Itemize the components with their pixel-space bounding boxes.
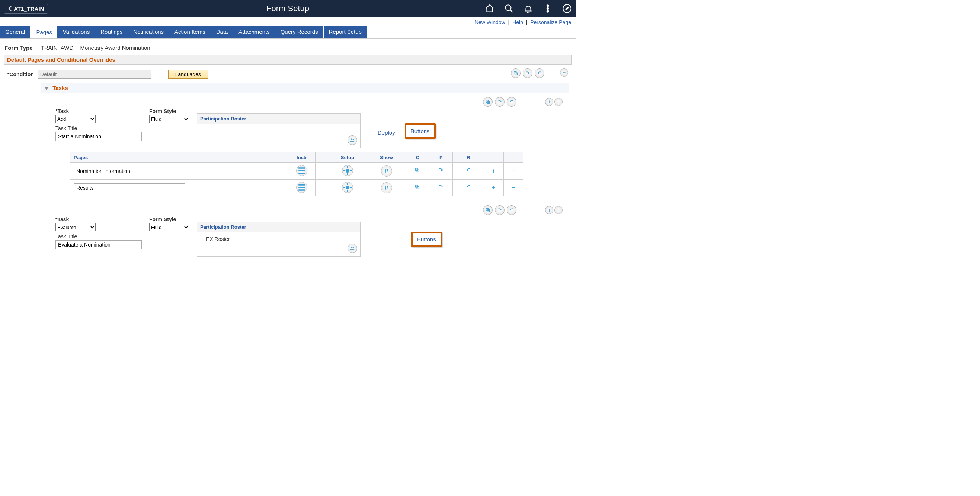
task-fields: *TaskEvaluateTask TitleForm StyleFluidPa… [56, 216, 563, 257]
header-icons [485, 4, 572, 13]
form-style-select[interactable]: Fluid [149, 223, 189, 231]
form-style-select[interactable]: Fluid [149, 115, 189, 123]
remove-icon[interactable]: − [512, 168, 515, 174]
add-row-icon[interactable]: + [560, 68, 568, 77]
languages-button[interactable]: Languages [168, 70, 208, 79]
table-row: If+− [70, 163, 523, 179]
bell-icon[interactable] [523, 4, 533, 13]
form-type-desc: Monetary Award Nomination [80, 44, 150, 51]
participation-roster-box: Participation RosterEX Roster [197, 222, 361, 257]
table-row: If+− [70, 179, 523, 196]
undo-icon[interactable] [535, 68, 544, 78]
people-icon[interactable] [347, 244, 357, 253]
task-title-input[interactable] [56, 240, 142, 249]
setup-icon[interactable] [342, 182, 353, 193]
svg-point-9 [351, 138, 352, 140]
col-r: R [453, 152, 484, 163]
buttons-link[interactable]: Buttons [405, 124, 436, 139]
task-title-label: Task Title [56, 233, 142, 239]
p-icon[interactable] [438, 168, 444, 174]
c-icon[interactable] [415, 168, 420, 174]
r-icon[interactable] [465, 168, 471, 174]
form-type-row: Form Type TRAIN_AWD Monetary Award Nomin… [0, 39, 576, 55]
show-icon[interactable]: If [381, 165, 392, 177]
tasks-group: Tasks +−*TaskAddTask TitleForm StyleFlui… [41, 82, 569, 262]
pages-grid: PagesInstrSetupShowCPRIf+−If+− [70, 152, 523, 196]
tab-report-setup[interactable]: Report Setup [324, 26, 367, 38]
instr-icon[interactable] [296, 182, 307, 193]
c-icon[interactable] [415, 184, 420, 191]
people-icon[interactable] [347, 135, 357, 145]
instr-icon[interactable] [296, 165, 307, 176]
svg-point-20 [353, 247, 354, 249]
task-block: +−*TaskEvaluateTask TitleForm StyleFluid… [41, 201, 568, 262]
undo-icon[interactable] [507, 97, 516, 107]
search-icon[interactable] [504, 4, 514, 13]
deploy-link[interactable]: Deploy [378, 129, 395, 136]
task-addremove-tray: +− [545, 206, 563, 214]
tab-data[interactable]: Data [211, 26, 234, 38]
tab-action-items[interactable]: Action Items [169, 26, 211, 38]
col-pages: Pages [70, 152, 288, 163]
form-style-col: Form StyleFluid [149, 216, 189, 231]
add-row-icon[interactable]: + [545, 206, 553, 214]
add-icon[interactable]: + [492, 184, 495, 191]
task-col: *TaskAddTask Title [56, 108, 142, 141]
personalize-link[interactable]: Personalize Page [530, 19, 571, 25]
undo-icon[interactable] [507, 205, 516, 215]
col-c: C [406, 152, 430, 163]
back-button[interactable]: AT1_TRAIN [4, 4, 48, 14]
svg-point-14 [346, 185, 350, 190]
section-header: Default Pages and Conditional Overrides [4, 55, 572, 65]
kebab-icon[interactable] [543, 4, 552, 13]
p-icon[interactable] [438, 184, 444, 191]
remove-icon[interactable]: − [512, 184, 515, 191]
task-icon-tray [483, 205, 516, 215]
svg-point-2 [547, 8, 549, 9]
page-name-input[interactable] [74, 183, 185, 192]
tasks-header[interactable]: Tasks [41, 83, 568, 93]
tab-routings[interactable]: Routings [95, 26, 128, 38]
svg-point-4 [563, 5, 571, 13]
roster-body [197, 124, 360, 148]
tab-query-records[interactable]: Query Records [275, 26, 324, 38]
col-instr: Instr [288, 152, 315, 163]
tab-notifications[interactable]: Notifications [128, 26, 169, 38]
task-select[interactable]: Add [56, 115, 95, 123]
task-block: +−*TaskAddTask TitleForm StyleFluidParti… [41, 93, 568, 201]
home-icon[interactable] [485, 4, 495, 13]
task-label: *Task [56, 108, 142, 114]
tab-row: GeneralPagesValidationsRoutingsNotificat… [0, 26, 576, 39]
setup-icon[interactable] [342, 165, 353, 176]
col-p: P [430, 152, 453, 163]
task-title-input[interactable] [56, 132, 142, 141]
copy-icon[interactable] [483, 205, 493, 215]
show-icon[interactable]: If [381, 182, 392, 193]
new-window-link[interactable]: New Window [475, 19, 505, 25]
svg-point-10 [353, 139, 354, 141]
tab-validations[interactable]: Validations [58, 26, 95, 38]
redo-icon[interactable] [495, 205, 504, 215]
collapse-icon [44, 87, 49, 90]
tab-pages[interactable]: Pages [30, 26, 58, 38]
remove-row-icon[interactable]: − [554, 206, 563, 214]
task-select[interactable]: Evaluate [56, 223, 95, 231]
redo-icon[interactable] [523, 68, 532, 78]
help-link[interactable]: Help [512, 19, 523, 25]
form-style-col: Form StyleFluid [149, 108, 189, 123]
task-icon-tray [483, 97, 516, 107]
page-name-input[interactable] [74, 166, 185, 176]
buttons-link[interactable]: Buttons [411, 231, 442, 247]
condition-add-tray: + [560, 68, 568, 77]
remove-row-icon[interactable]: − [554, 98, 563, 106]
back-label: AT1_TRAIN [14, 6, 44, 12]
compass-icon[interactable] [562, 4, 572, 13]
tab-general[interactable]: General [0, 26, 30, 38]
tab-attachments[interactable]: Attachments [233, 26, 275, 38]
copy-icon[interactable] [511, 68, 520, 78]
add-row-icon[interactable]: + [545, 98, 553, 106]
redo-icon[interactable] [495, 97, 504, 107]
add-icon[interactable]: + [492, 168, 495, 174]
copy-icon[interactable] [483, 97, 493, 107]
r-icon[interactable] [465, 184, 471, 191]
